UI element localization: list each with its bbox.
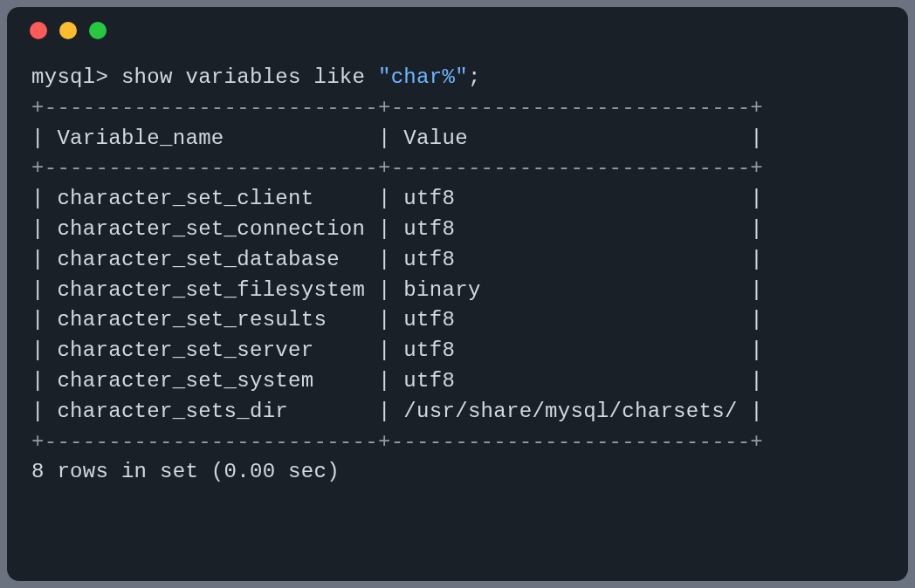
- table-header: | Variable_name | Value |: [31, 126, 763, 150]
- table-row: | character_set_filesystem | binary |: [31, 278, 763, 302]
- sql-string: "char%": [378, 65, 468, 89]
- sql-command: show variables like: [121, 65, 378, 89]
- prompt: mysql>: [31, 65, 121, 89]
- minimize-icon[interactable]: [59, 22, 77, 39]
- table-border-top: +--------------------------+------------…: [31, 96, 763, 120]
- table-row: | character_set_database | utf8 |: [31, 248, 763, 271]
- table-row: | character_set_system | utf8 |: [31, 369, 763, 393]
- window-titlebar: [7, 7, 908, 54]
- sql-terminator: ;: [468, 65, 481, 89]
- terminal-window: mysql> show variables like "char%"; +---…: [7, 7, 908, 581]
- table-border-bottom: +--------------------------+------------…: [31, 430, 763, 454]
- table-row: | character_set_results | utf8 |: [31, 308, 763, 332]
- result-footer: 8 rows in set (0.00 sec): [31, 460, 340, 483]
- maximize-icon[interactable]: [89, 22, 107, 39]
- close-icon[interactable]: [30, 22, 47, 39]
- table-border-mid: +--------------------------+------------…: [31, 156, 763, 180]
- table-row: | character_set_server | utf8 |: [31, 338, 763, 362]
- table-row: | character_set_connection | utf8 |: [31, 217, 763, 241]
- table-row: | character_set_client | utf8 |: [31, 187, 763, 210]
- terminal-body[interactable]: mysql> show variables like "char%"; +---…: [7, 54, 908, 581]
- table-row: | character_sets_dir | /usr/share/mysql/…: [31, 400, 763, 423]
